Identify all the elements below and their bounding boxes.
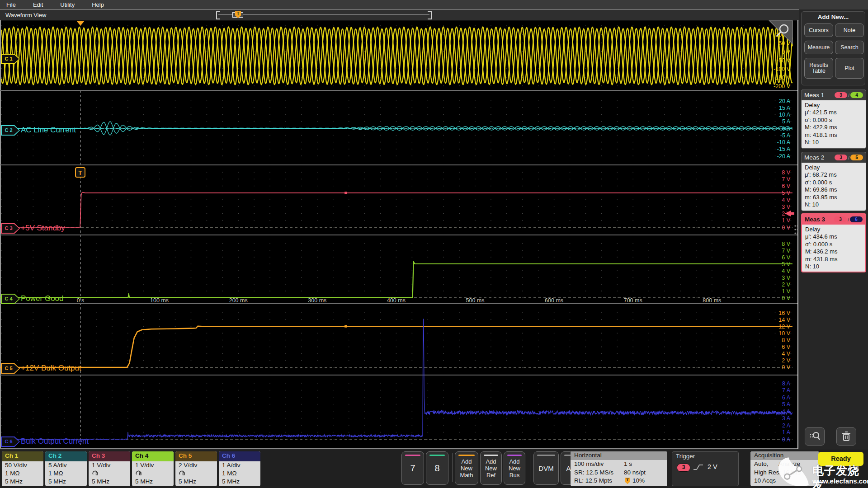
view-title: Waveform View [5,12,46,19]
ch7-button[interactable]: 7 [401,451,424,485]
horizontal-window: 1 s [624,460,632,469]
ch6-coupling: 1 MΩ [219,469,260,478]
channel-badge-label: C 1 [1,54,16,64]
ch2-settings-badge[interactable]: Ch 2 5 A/div 1 MΩ 5 MHz [45,451,87,486]
menu-help[interactable]: Help [92,1,104,8]
ch1-bandwidth: 5 MHz [2,478,43,486]
meas3-ref-badge: 6 [850,216,863,222]
add-new-bus-label: Add New Bus [504,458,525,479]
channel-badge-c2[interactable]: C 2 [1,125,20,136]
menu-bar: File Edit Utility Help [0,0,868,9]
ch3-probe-row [89,469,130,478]
ch5-bandwidth: 5 MHz [175,478,217,486]
meas2-min: m: 63.95 ms [805,194,863,201]
ch1-scale: 50 V/div [2,461,43,469]
meas1-card[interactable]: Meas 1 3 / 4 Delay μ': 421.5 ms σ': 0.00… [801,89,866,149]
probe-icon [179,469,185,475]
menu-file[interactable]: File [6,1,16,8]
ch4-bandwidth: 5 MHz [132,478,174,486]
horizontal-title: Horizontal [571,451,667,460]
horizontal-scale: 100 ms/div [574,460,604,469]
note-button[interactable]: Note [835,23,864,37]
probe-icon [92,469,99,475]
badge-slash: / [848,93,849,98]
waveform-plot-area[interactable] [0,20,798,449]
meas3-min: m: 431.8 ms [805,256,862,263]
meas2-card[interactable]: Meas 2 3 / 5 Delay μ': 68.72 ms σ': 0.00… [801,152,866,211]
ch6-settings-badge[interactable]: Ch 6 1 A/div 1 MΩ 5 MHz [219,451,260,486]
wave-label-5v-standby[interactable]: +5V Standby [21,223,65,233]
ch4-probe-row [132,469,174,478]
ch3-bandwidth: 5 MHz [89,478,130,486]
add-new-title: Add New... [802,14,865,20]
plot-button[interactable]: Plot [835,58,864,79]
ch5-settings-badge[interactable]: Ch 5 2 V/div 5 MHz [175,451,217,486]
delete-tool-button[interactable] [836,427,856,446]
ch2-header: Ch 2 [45,451,87,461]
bus-color-stripe [507,455,522,456]
channel-badge-c6[interactable]: C 6 [1,436,20,447]
meas1-mean: μ': 421.5 ms [805,109,863,116]
search-button[interactable]: Search [835,41,864,54]
overview-left-bracket[interactable] [216,11,220,19]
meas3-source-badge: 3 [834,216,847,222]
channel-badge-c3[interactable]: C 3 [1,223,20,234]
watermark-leaf-icon [774,455,813,487]
meas2-title: Meas 2 [804,154,835,161]
dvm-stripe [537,455,555,456]
ch8-color-stripe [429,455,445,456]
horizontal-panel[interactable]: Horizontal 100 ms/div1 s SR: 12.5 MS/s80… [571,451,667,486]
wave-label-ac-line-current[interactable]: AC Line Current [21,125,76,135]
badge-slash: / [848,217,849,222]
ch3-settings-badge[interactable]: Ch 3 1 V/div 5 MHz [89,451,130,486]
zoom-search-icon [809,431,821,442]
add-new-ref-button[interactable]: Add New Ref [480,451,502,485]
add-new-ref-label: Add New Ref [481,458,501,479]
channel-badge-c5[interactable]: C 5 [1,363,20,374]
horizontal-record-length: RL: 12.5 Mpts [574,477,612,485]
cursors-button[interactable]: Cursors [804,23,833,37]
plot-sidebar-separator [797,20,798,449]
meas3-mean: μ': 434.6 ms [805,233,862,240]
measure-button[interactable]: Measure [804,41,833,54]
wave-label-bulk-output-current[interactable]: Bulk Output Current [21,436,89,446]
zoom-search-tool-button[interactable] [805,427,825,446]
channel-badge-c4[interactable]: C 4 [1,294,20,304]
menu-utility[interactable]: Utility [60,1,75,8]
ch8-label: 8 [434,463,439,474]
menu-edit[interactable]: Edit [33,1,43,8]
ch6-bandwidth: 5 MHz [219,478,260,486]
add-new-bus-button[interactable]: Add New Bus [504,451,525,485]
divider [452,453,453,482]
add-new-math-button[interactable]: Add New Math [455,451,478,485]
channel-badge-label: C 4 [1,294,16,304]
trigger-panel[interactable]: Trigger 3 2 V [672,451,739,486]
view-title-bar: Waveform View T [0,9,799,20]
ch6-header: Ch 6 [219,451,260,461]
ch1-settings-badge[interactable]: Ch 1 50 V/div 1 MΩ 5 MHz [2,451,43,486]
meas2-count: N: 10 [805,201,863,208]
meas1-count: N: 10 [805,139,863,146]
meas1-stddev: σ': 0.000 s [805,117,863,124]
results-table-button[interactable]: Results Table [804,58,833,79]
ch1-header: Ch 1 [2,451,43,461]
trigger-title: Trigger [672,452,738,460]
ch5-scale: 2 V/div [175,461,217,469]
meas1-title: Meas 1 [804,92,835,99]
horizontal-resolution: 80 ns/pt [624,469,646,477]
acquisition-overview-slider[interactable]: T [216,11,432,19]
meas3-card[interactable]: Meas 3 3 / 6 Delay μ': 434.6 ms σ': 0.00… [801,213,866,272]
dvm-button[interactable]: DVM [533,451,559,485]
ch8-button[interactable]: 8 [426,451,448,485]
wave-label-power-good[interactable]: Power Good [21,294,64,304]
ch4-settings-badge[interactable]: Ch 4 1 V/div 5 MHz [132,451,174,486]
meas1-source-badge: 3 [835,92,847,98]
horizontal-sample-rate: SR: 12.5 MS/s [574,469,613,477]
trigger-slope-icon [693,464,704,471]
wave-label-12v-bulk-output[interactable]: +12V Bulk Output [21,363,81,373]
oscilloscope-app: File Edit Utility Help Waveform View T 1… [0,0,868,488]
meas1-type: Delay [805,102,863,109]
overview-right-bracket[interactable] [428,11,432,19]
acquisition-count: 10 Acqs [754,477,776,485]
channel-badge-c1[interactable]: C 1 [1,54,20,64]
